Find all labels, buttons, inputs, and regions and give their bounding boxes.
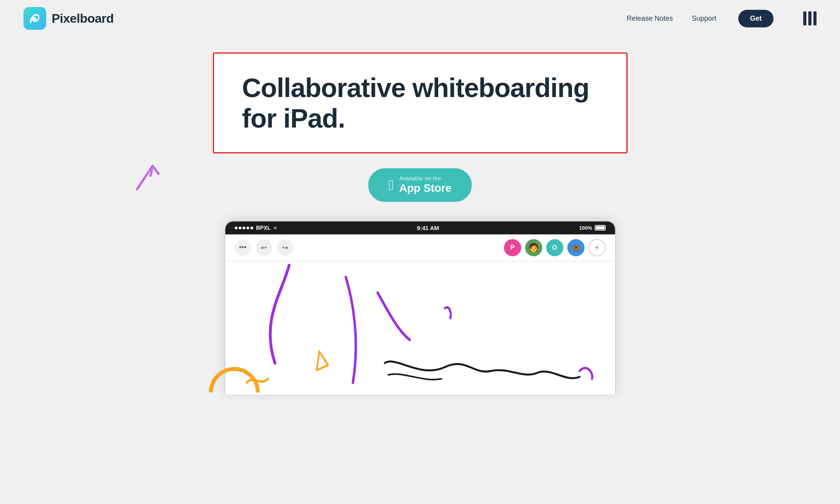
more-options-button[interactable]: ••• [235,239,251,256]
grid-menu-button[interactable] [803,11,817,25]
release-notes-link[interactable]: Release Notes [627,14,673,23]
app-store-small-text: Available on the [399,175,441,182]
add-collaborator-button[interactable]: + [588,239,606,256]
undo-button[interactable]: ↩ [256,239,272,256]
signal-dots [235,227,253,229]
ipad-status-bar: BPXL ≈ 9:41 AM 100% [225,221,615,234]
app-store-large-text: App Store [399,182,451,195]
grid-bar-3 [813,11,817,25]
status-time: 9:41 AM [417,225,439,231]
dot-4 [246,227,249,229]
ellipsis-icon: ••• [239,243,246,252]
app-name: Pixelboard [52,11,114,26]
hero-title: Collaborative whiteboarding for iPad. [242,72,598,133]
hero-section: Collaborative whiteboarding for iPad.  … [0,37,840,394]
ipad-frame: BPXL ≈ 9:41 AM 100% ••• [225,221,616,394]
battery-percent: 100% [579,225,592,231]
app-store-button[interactable]:  Available on the App Store [368,168,472,202]
wifi-icon: ≈ [274,225,277,231]
nav-links: Release Notes Support Get [627,10,817,27]
app-logo-icon[interactable] [23,7,46,30]
toolbar-left-buttons: ••• ↩ ↪ [235,239,293,256]
undo-icon: ↩ [261,243,267,252]
navigation: Pixelboard Release Notes Support Get [0,0,840,37]
dot-3 [243,227,245,229]
status-left: BPXL ≈ [235,225,277,231]
ipad-canvas [225,261,615,394]
grid-bar-2 [808,11,811,25]
carrier-name: BPXL [256,225,271,231]
avatar-p[interactable]: P [504,239,521,256]
redo-button[interactable]: ↪ [277,239,293,256]
ipad-toolbar: ••• ↩ ↪ P 🧑 O 🦋 + [225,234,615,261]
dot-1 [235,227,237,229]
hero-title-box: Collaborative whiteboarding for iPad. [213,52,628,153]
dot-2 [239,227,241,229]
avatar-butterfly[interactable]: 🦋 [567,239,585,256]
toolbar-avatars: P 🧑 O 🦋 + [504,239,606,256]
avatar-o[interactable]: O [546,239,563,256]
get-button[interactable]: Get [738,10,773,27]
ipad-container: BPXL ≈ 9:41 AM 100% ••• [193,221,647,394]
logo-area: Pixelboard [23,7,627,30]
app-store-text: Available on the App Store [399,175,451,195]
grid-bar-1 [803,11,806,25]
dot-5 [250,227,253,229]
status-right: 100% [579,225,605,231]
purple-arrow-decoration [129,158,164,199]
battery-fill [596,226,604,229]
canvas-drawings [225,261,615,394]
redo-icon: ↪ [282,243,288,252]
grid-bars-icon [803,11,817,25]
apple-icon:  [389,178,394,192]
avatar-user-photo[interactable]: 🧑 [525,239,542,256]
support-link[interactable]: Support [692,14,716,23]
battery-icon [595,225,606,230]
